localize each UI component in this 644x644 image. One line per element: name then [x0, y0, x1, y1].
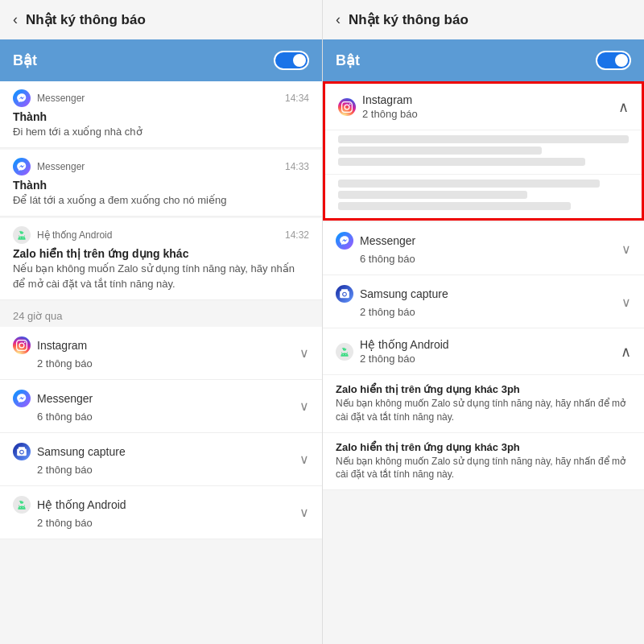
messenger-icon-2 — [13, 158, 31, 175]
messenger-chevron-left[interactable] — [299, 398, 309, 414]
instagram-sub-notif-2 — [325, 174, 642, 218]
android-icon-1 — [13, 226, 31, 244]
right-bat-row: Bật — [323, 39, 644, 81]
android-notif-title-1: Zalo hiển thị trên ứng dụng khác 3ph — [336, 383, 631, 395]
left-page-title: Nhật ký thông báo — [26, 11, 146, 28]
left-samsung-count: 2 thông báo — [13, 464, 309, 476]
left-messenger-name: Messenger — [37, 392, 93, 405]
notif-body-3: Nếu bạn không muốn Zalo sử dụng tính năn… — [13, 262, 309, 291]
instagram-sub-notif-1 — [325, 130, 642, 174]
notif-app-name-3: Hệ thống Android — [37, 229, 112, 241]
right-panel: ‹ Nhật ký thông báo Bật Instagram 2 thôn… — [322, 0, 644, 644]
right-back-button[interactable]: ‹ — [336, 11, 341, 28]
notif-item-1: Messenger 14:34 Thành Đi hem tới a xuống… — [0, 81, 322, 148]
left-panel: ‹ Nhật ký thông báo Bật Messenger 14:34 … — [0, 0, 322, 644]
android-notif-2: Zalo hiển thị trên ứng dụng khác 3ph Nếu… — [323, 432, 644, 490]
right-header: ‹ Nhật ký thông báo — [323, 0, 644, 39]
android-notif-body-2: Nếu bạn không muốn Zalo sử dụng tính năn… — [336, 455, 631, 482]
samsung-chevron-left[interactable] — [299, 452, 309, 467]
notif-title-1: Thành — [13, 110, 309, 123]
instagram-chevron-left[interactable] — [299, 345, 309, 361]
notif-item-2: Messenger 14:33 Thành Để lát tới a xuống… — [0, 150, 322, 217]
right-page-title: Nhật ký thông báo — [349, 11, 469, 28]
instagram-chevron-up[interactable]: ∧ — [618, 98, 629, 116]
android-expanded-title-row: Hệ thống Android 2 thông báo — [336, 338, 449, 365]
right-bat-toggle[interactable] — [596, 51, 631, 70]
left-android-name: Hệ thống Android — [37, 498, 126, 511]
right-messenger-summary[interactable]: Messenger 6 thông báo — [323, 222, 644, 275]
android-notif-title-2: Zalo hiển thị trên ứng dụng khác 3ph — [336, 441, 631, 453]
left-android-count: 2 thông báo — [13, 517, 309, 529]
right-scroll-area[interactable]: Instagram 2 thông báo ∧ — [323, 81, 644, 644]
left-bat-row: Bật — [0, 39, 322, 81]
android-notif-1: Zalo hiển thị trên ứng dụng khác 3ph Nếu… — [323, 374, 644, 432]
instagram-icon-left — [13, 336, 31, 354]
android-icon-left-sum — [13, 496, 31, 514]
right-instagram-name: Instagram — [362, 93, 418, 106]
messenger-icon-1 — [13, 89, 31, 107]
left-samsung-summary[interactable]: Samsung capture 2 thông báo — [0, 433, 322, 486]
notif-body-1: Đi hem tới a xuống nhà chở — [13, 125, 309, 139]
messenger-icon-right-sum — [336, 232, 353, 250]
instagram-expanded-title-row: Instagram 2 thông báo — [338, 93, 418, 120]
notif-time-3: 14:32 — [285, 229, 309, 241]
right-bat-label: Bật — [336, 52, 360, 69]
left-samsung-name: Samsung capture — [37, 445, 126, 458]
android-chevron-left[interactable] — [299, 505, 309, 520]
right-samsung-name: Samsung capture — [360, 287, 448, 300]
instagram-expanded-header[interactable]: Instagram 2 thông báo ∧ — [325, 84, 642, 130]
right-android-name: Hệ thống Android — [360, 338, 449, 351]
android-notif-body-1: Nếu bạn không muốn Zalo sử dụng tính năn… — [336, 397, 631, 424]
left-header: ‹ Nhật ký thông báo — [0, 0, 322, 39]
notif-item-3: Hệ thống Android 14:32 Zalo hiển thị trê… — [0, 218, 322, 299]
notif-app-name-2: Messenger — [37, 161, 85, 172]
right-instagram-count: 2 thông báo — [362, 108, 418, 120]
left-messenger-count: 6 thông báo — [13, 411, 309, 423]
left-instagram-summary[interactable]: Instagram 2 thông báo — [0, 327, 322, 380]
left-bat-toggle[interactable] — [274, 51, 309, 70]
messenger-chevron-right[interactable] — [621, 241, 631, 256]
samsung-icon-left — [13, 443, 31, 460]
right-messenger-name: Messenger — [360, 234, 415, 247]
notif-time-1: 14:34 — [285, 93, 309, 104]
right-samsung-summary[interactable]: Samsung capture 2 thông báo — [323, 275, 644, 328]
notif-title-2: Thành — [13, 179, 309, 192]
right-samsung-count: 2 thông báo — [336, 306, 631, 318]
right-messenger-count: 6 thông báo — [336, 253, 631, 265]
messenger-icon-left-sum — [13, 390, 31, 407]
notif-time-2: 14:33 — [285, 161, 309, 172]
left-bat-label: Bật — [13, 52, 37, 69]
left-instagram-name: Instagram — [37, 339, 87, 352]
samsung-chevron-right[interactable] — [621, 294, 631, 309]
android-expanded-header[interactable]: Hệ thống Android 2 thông báo ∧ — [323, 328, 644, 374]
left-instagram-count: 2 thông báo — [13, 357, 309, 369]
android-icon-right-exp — [336, 343, 353, 361]
notif-title-3: Zalo hiển thị trên ứng dụng khác — [13, 247, 309, 260]
android-chevron-up[interactable]: ∧ — [621, 343, 631, 361]
notif-app-name-1: Messenger — [37, 93, 85, 104]
instagram-icon-right — [338, 98, 356, 116]
android-expanded-container[interactable]: Hệ thống Android 2 thông báo ∧ Zalo hiển… — [323, 328, 644, 490]
instagram-expanded-container[interactable]: Instagram 2 thông báo ∧ — [323, 81, 644, 221]
left-section-label: 24 giờ qua — [0, 302, 322, 327]
right-android-count: 2 thông báo — [360, 353, 449, 365]
samsung-icon-right — [336, 285, 353, 303]
left-back-button[interactable]: ‹ — [13, 11, 18, 28]
notif-body-2: Để lát tới a xuống a đem xuống cho nó mi… — [13, 193, 309, 208]
left-android-summary[interactable]: Hệ thống Android 2 thông báo — [0, 486, 322, 539]
left-scroll-area[interactable]: Messenger 14:34 Thành Đi hem tới a xuống… — [0, 81, 322, 644]
left-messenger-summary[interactable]: Messenger 6 thông báo — [0, 380, 322, 433]
